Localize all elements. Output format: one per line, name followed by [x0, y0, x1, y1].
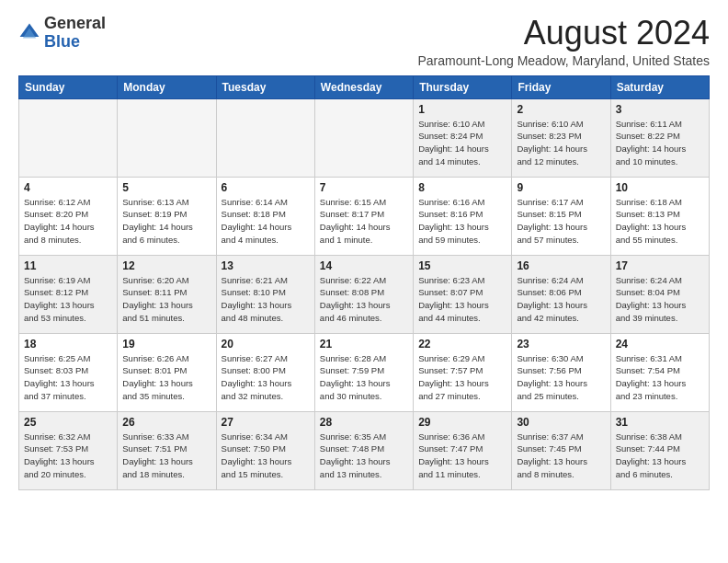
- day-info: Sunrise: 6:18 AM Sunset: 8:13 PM Dayligh…: [616, 196, 704, 247]
- day-info: Sunrise: 6:38 AM Sunset: 7:44 PM Dayligh…: [616, 431, 704, 481]
- calendar-header-row: SundayMondayTuesdayWednesdayThursdayFrid…: [19, 75, 710, 98]
- day-number: 2: [517, 103, 605, 116]
- day-number: 18: [24, 338, 112, 350]
- day-number: 17: [616, 259, 704, 272]
- col-header-sunday: Sunday: [19, 75, 118, 98]
- day-number: 9: [517, 181, 605, 194]
- calendar-week-row: 4Sunrise: 6:12 AM Sunset: 8:20 PM Daylig…: [19, 177, 710, 255]
- day-info: Sunrise: 6:34 AM Sunset: 7:50 PM Dayligh…: [222, 431, 310, 481]
- month-title: August 2024: [417, 15, 710, 52]
- day-info: Sunrise: 6:19 AM Sunset: 8:12 PM Dayligh…: [24, 274, 112, 325]
- day-info: Sunrise: 6:23 AM Sunset: 8:07 PM Dayligh…: [418, 274, 506, 325]
- calendar-day-cell: 18Sunrise: 6:25 AM Sunset: 8:03 PM Dayli…: [19, 333, 118, 411]
- col-header-saturday: Saturday: [610, 75, 709, 98]
- day-number: 7: [320, 181, 408, 194]
- calendar-day-cell: [314, 98, 413, 177]
- calendar-day-cell: 6Sunrise: 6:14 AM Sunset: 8:18 PM Daylig…: [216, 177, 314, 255]
- logo-icon: [18, 22, 40, 44]
- calendar-day-cell: 12Sunrise: 6:20 AM Sunset: 8:11 PM Dayli…: [118, 255, 216, 333]
- day-number: 3: [616, 103, 704, 116]
- calendar-day-cell: 4Sunrise: 6:12 AM Sunset: 8:20 PM Daylig…: [19, 177, 118, 255]
- day-info: Sunrise: 6:11 AM Sunset: 8:22 PM Dayligh…: [616, 118, 704, 168]
- calendar-day-cell: 29Sunrise: 6:36 AM Sunset: 7:47 PM Dayli…: [414, 411, 512, 489]
- calendar-day-cell: 17Sunrise: 6:24 AM Sunset: 8:04 PM Dayli…: [610, 255, 709, 333]
- calendar-day-cell: 23Sunrise: 6:30 AM Sunset: 7:56 PM Dayli…: [512, 333, 610, 411]
- day-number: 14: [320, 259, 408, 272]
- day-info: Sunrise: 6:31 AM Sunset: 7:54 PM Dayligh…: [616, 352, 704, 403]
- calendar-day-cell: 22Sunrise: 6:29 AM Sunset: 7:57 PM Dayli…: [414, 333, 512, 411]
- day-number: 16: [517, 259, 605, 272]
- day-number: 19: [122, 338, 210, 350]
- calendar-day-cell: 30Sunrise: 6:37 AM Sunset: 7:45 PM Dayli…: [512, 411, 610, 489]
- day-info: Sunrise: 6:29 AM Sunset: 7:57 PM Dayligh…: [418, 352, 506, 403]
- day-number: 22: [418, 338, 506, 350]
- day-number: 30: [517, 416, 605, 429]
- calendar-day-cell: 28Sunrise: 6:35 AM Sunset: 7:48 PM Dayli…: [314, 411, 413, 489]
- col-header-monday: Monday: [118, 75, 216, 98]
- day-number: 4: [24, 181, 112, 194]
- calendar-day-cell: [216, 98, 314, 177]
- day-info: Sunrise: 6:15 AM Sunset: 8:17 PM Dayligh…: [320, 196, 408, 247]
- calendar-day-cell: 11Sunrise: 6:19 AM Sunset: 8:12 PM Dayli…: [19, 255, 118, 333]
- calendar-week-row: 18Sunrise: 6:25 AM Sunset: 8:03 PM Dayli…: [19, 333, 710, 411]
- calendar-day-cell: 27Sunrise: 6:34 AM Sunset: 7:50 PM Dayli…: [216, 411, 314, 489]
- day-number: 15: [418, 259, 506, 272]
- day-number: 25: [24, 416, 112, 429]
- calendar-week-row: 11Sunrise: 6:19 AM Sunset: 8:12 PM Dayli…: [19, 255, 710, 333]
- day-info: Sunrise: 6:13 AM Sunset: 8:19 PM Dayligh…: [122, 196, 210, 247]
- calendar-day-cell: 5Sunrise: 6:13 AM Sunset: 8:19 PM Daylig…: [118, 177, 216, 255]
- col-header-thursday: Thursday: [414, 75, 512, 98]
- calendar-table: SundayMondayTuesdayWednesdayThursdayFrid…: [18, 75, 710, 490]
- col-header-tuesday: Tuesday: [216, 75, 314, 98]
- day-info: Sunrise: 6:22 AM Sunset: 8:08 PM Dayligh…: [320, 274, 408, 325]
- calendar-day-cell: 8Sunrise: 6:16 AM Sunset: 8:16 PM Daylig…: [414, 177, 512, 255]
- day-info: Sunrise: 6:27 AM Sunset: 8:00 PM Dayligh…: [222, 352, 310, 403]
- day-number: 10: [616, 181, 704, 194]
- location-subtitle: Paramount-Long Meadow, Maryland, United …: [417, 53, 710, 68]
- day-number: 21: [320, 338, 408, 350]
- title-block: August 2024 Paramount-Long Meadow, Maryl…: [417, 15, 710, 68]
- day-number: 27: [222, 416, 310, 429]
- day-number: 31: [616, 416, 704, 429]
- day-info: Sunrise: 6:17 AM Sunset: 8:15 PM Dayligh…: [517, 196, 605, 247]
- page-header: General Blue August 2024 Paramount-Long …: [18, 15, 710, 68]
- calendar-day-cell: 25Sunrise: 6:32 AM Sunset: 7:53 PM Dayli…: [19, 411, 118, 489]
- day-number: 29: [418, 416, 506, 429]
- day-info: Sunrise: 6:26 AM Sunset: 8:01 PM Dayligh…: [122, 352, 210, 403]
- day-info: Sunrise: 6:37 AM Sunset: 7:45 PM Dayligh…: [517, 431, 605, 481]
- calendar-day-cell: 19Sunrise: 6:26 AM Sunset: 8:01 PM Dayli…: [118, 333, 216, 411]
- day-number: 8: [418, 181, 506, 194]
- calendar-day-cell: 9Sunrise: 6:17 AM Sunset: 8:15 PM Daylig…: [512, 177, 610, 255]
- day-number: 5: [122, 181, 210, 194]
- calendar-day-cell: 26Sunrise: 6:33 AM Sunset: 7:51 PM Dayli…: [118, 411, 216, 489]
- day-info: Sunrise: 6:12 AM Sunset: 8:20 PM Dayligh…: [24, 196, 112, 247]
- calendar-day-cell: 7Sunrise: 6:15 AM Sunset: 8:17 PM Daylig…: [314, 177, 413, 255]
- day-number: 6: [222, 181, 310, 194]
- calendar-day-cell: 2Sunrise: 6:10 AM Sunset: 8:23 PM Daylig…: [512, 98, 610, 177]
- calendar-day-cell: 14Sunrise: 6:22 AM Sunset: 8:08 PM Dayli…: [314, 255, 413, 333]
- logo: General Blue: [18, 15, 106, 52]
- calendar-day-cell: 3Sunrise: 6:11 AM Sunset: 8:22 PM Daylig…: [610, 98, 709, 177]
- calendar-day-cell: 31Sunrise: 6:38 AM Sunset: 7:44 PM Dayli…: [610, 411, 709, 489]
- col-header-friday: Friday: [512, 75, 610, 98]
- day-info: Sunrise: 6:10 AM Sunset: 8:24 PM Dayligh…: [418, 118, 506, 168]
- day-info: Sunrise: 6:20 AM Sunset: 8:11 PM Dayligh…: [122, 274, 210, 325]
- day-info: Sunrise: 6:24 AM Sunset: 8:04 PM Dayligh…: [616, 274, 704, 325]
- calendar-day-cell: 13Sunrise: 6:21 AM Sunset: 8:10 PM Dayli…: [216, 255, 314, 333]
- day-number: 11: [24, 259, 112, 272]
- calendar-day-cell: 16Sunrise: 6:24 AM Sunset: 8:06 PM Dayli…: [512, 255, 610, 333]
- calendar-day-cell: 20Sunrise: 6:27 AM Sunset: 8:00 PM Dayli…: [216, 333, 314, 411]
- day-info: Sunrise: 6:24 AM Sunset: 8:06 PM Dayligh…: [517, 274, 605, 325]
- calendar-week-row: 1Sunrise: 6:10 AM Sunset: 8:24 PM Daylig…: [19, 98, 710, 177]
- day-number: 12: [122, 259, 210, 272]
- day-number: 20: [222, 338, 310, 350]
- col-header-wednesday: Wednesday: [314, 75, 413, 98]
- calendar-day-cell: [19, 98, 118, 177]
- day-info: Sunrise: 6:33 AM Sunset: 7:51 PM Dayligh…: [122, 431, 210, 481]
- logo-blue-text: Blue: [44, 32, 80, 51]
- day-info: Sunrise: 6:32 AM Sunset: 7:53 PM Dayligh…: [24, 431, 112, 481]
- day-number: 28: [320, 416, 408, 429]
- day-info: Sunrise: 6:36 AM Sunset: 7:47 PM Dayligh…: [418, 431, 506, 481]
- day-info: Sunrise: 6:10 AM Sunset: 8:23 PM Dayligh…: [517, 118, 605, 168]
- day-number: 26: [122, 416, 210, 429]
